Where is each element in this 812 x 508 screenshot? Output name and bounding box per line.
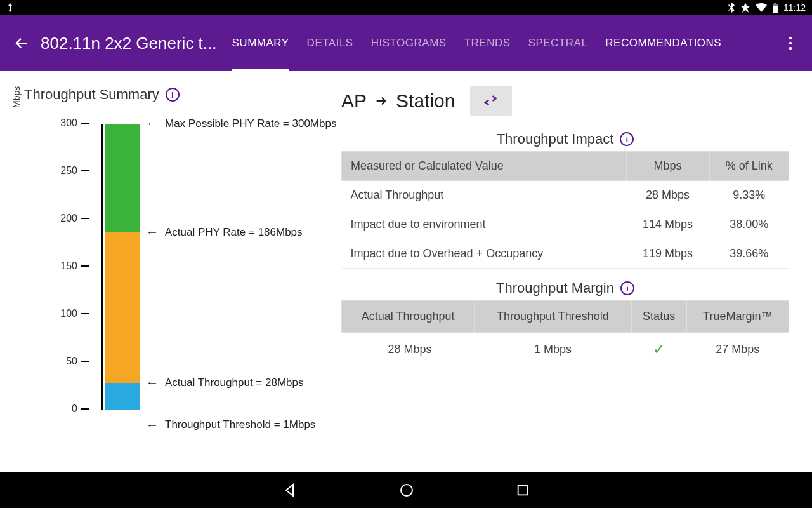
nav-back-button[interactable] (282, 483, 298, 498)
usb-icon (6, 3, 14, 12)
impact-mbps: 114 Mbps (626, 210, 709, 239)
impact-label: Impact due to Overhead + Occupancy (342, 239, 627, 269)
chart-segment-blue (105, 383, 140, 410)
chart-segment-green (105, 124, 140, 232)
throughput-impact-heading: Throughput Impact i (341, 131, 789, 147)
margin-status: ✓ (631, 333, 686, 366)
chart-segment-orange (105, 232, 140, 383)
chart-tick: 0 (51, 403, 102, 415)
margin-col-truemargin: TrueMargin™ (686, 301, 789, 333)
throughput-summary-heading: Throughput Summary i (24, 86, 329, 103)
table-row: Impact due to environment 114 Mbps 38.00… (342, 210, 789, 239)
svg-point-2 (789, 47, 792, 50)
direction-label: AP Station (341, 90, 455, 112)
impact-mbps: 28 Mbps (626, 181, 709, 210)
star-icon (740, 3, 750, 13)
margin-col-status: Status (631, 301, 686, 333)
page-title: 802.11n 2x2 Generic t... (41, 34, 217, 53)
chart-annotation: ←Actual Throughput = 28Mbps (146, 375, 303, 390)
info-icon[interactable]: i (620, 132, 634, 146)
arrow-right-icon (373, 94, 390, 108)
impact-col-label: Measured or Calculated Value (342, 152, 627, 181)
android-nav-bar (0, 472, 812, 508)
margin-truemargin: 27 Mbps (686, 333, 789, 366)
check-icon: ✓ (653, 340, 665, 358)
app-bar: 802.11n 2x2 Generic t... SUMMARY DETAILS… (0, 15, 812, 71)
arrow-left-icon: ← (146, 116, 159, 131)
direction-from: AP (341, 90, 367, 112)
info-icon[interactable]: i (166, 88, 180, 102)
svg-point-3 (401, 485, 412, 496)
chart-tick: 150 (51, 260, 102, 272)
tab-summary[interactable]: SUMMARY (232, 15, 289, 71)
chart-tick: 50 (51, 356, 102, 367)
table-row: Impact due to Overhead + Occupancy 119 M… (342, 239, 789, 269)
impact-pct: 9.33% (709, 181, 789, 210)
impact-col-pct: % of Link (709, 152, 789, 181)
chart-annotation: ←Max Possible PHY Rate = 300Mbps (146, 116, 336, 131)
margin-table: Actual Throughput Throughput Threshold S… (341, 300, 789, 366)
chart-annotation: ←Actual PHY Rate = 186Mbps (146, 225, 303, 239)
impact-pct: 38.00% (709, 210, 789, 239)
tab-recommendations[interactable]: RECOMMENDATIONS (605, 15, 721, 71)
arrow-left-icon: ← (146, 375, 159, 390)
throughput-margin-heading: Throughput Margin i (341, 280, 789, 297)
impact-mbps: 119 Mbps (626, 239, 709, 269)
tab-spectral[interactable]: SPECTRAL (528, 15, 588, 71)
bluetooth-icon (728, 3, 735, 13)
chart-tick: 100 (51, 308, 102, 319)
chart-annotation: ←Throughput Threshold = 1Mbps (146, 418, 315, 432)
android-status-bar: 11:12 (0, 0, 812, 15)
svg-point-0 (789, 37, 792, 39)
impact-pct: 39.66% (709, 239, 789, 269)
impact-col-mbps: Mbps (626, 152, 709, 181)
chart-y-axis-label: Mbps (11, 86, 22, 108)
tab-details[interactable]: DETAILS (307, 15, 353, 71)
chart-tick: 200 (51, 213, 102, 224)
overflow-menu-button[interactable] (778, 36, 803, 50)
chart-axis (102, 124, 103, 410)
chart-tick: 250 (51, 165, 102, 177)
nav-home-button[interactable] (399, 483, 414, 498)
back-button[interactable] (9, 30, 34, 56)
table-row: Actual Throughput 28 Mbps 9.33% (342, 181, 789, 210)
impact-table: Measured or Calculated Value Mbps % of L… (341, 151, 789, 269)
impact-label: Impact due to environment (342, 210, 627, 239)
status-time: 11:12 (783, 3, 806, 13)
tab-bar: SUMMARY DETAILS HISTOGRAMS TRENDS SPECTR… (232, 15, 778, 71)
svg-rect-4 (518, 486, 528, 495)
info-icon[interactable]: i (620, 281, 634, 295)
tab-histograms[interactable]: HISTOGRAMS (371, 15, 447, 71)
swap-direction-button[interactable] (470, 86, 512, 116)
impact-label: Actual Throughput (342, 181, 627, 210)
chart-bar (105, 124, 140, 410)
margin-col-threshold: Throughput Threshold (475, 301, 632, 333)
throughput-summary-label: Throughput Summary (24, 86, 159, 103)
margin-threshold: 1 Mbps (475, 333, 632, 366)
margin-col-actual: Actual Throughput (342, 301, 475, 333)
table-row: 28 Mbps 1 Mbps ✓ 27 Mbps (342, 333, 789, 366)
nav-recent-button[interactable] (516, 483, 530, 497)
battery-icon (772, 3, 778, 13)
margin-actual: 28 Mbps (342, 333, 475, 366)
direction-to: Station (396, 90, 455, 112)
chart-tick: 300 (51, 117, 102, 129)
tab-trends[interactable]: TRENDS (464, 15, 511, 71)
arrow-left-icon: ← (146, 418, 159, 432)
wifi-icon (756, 3, 767, 12)
arrow-left-icon: ← (146, 225, 159, 239)
svg-point-1 (789, 42, 792, 44)
